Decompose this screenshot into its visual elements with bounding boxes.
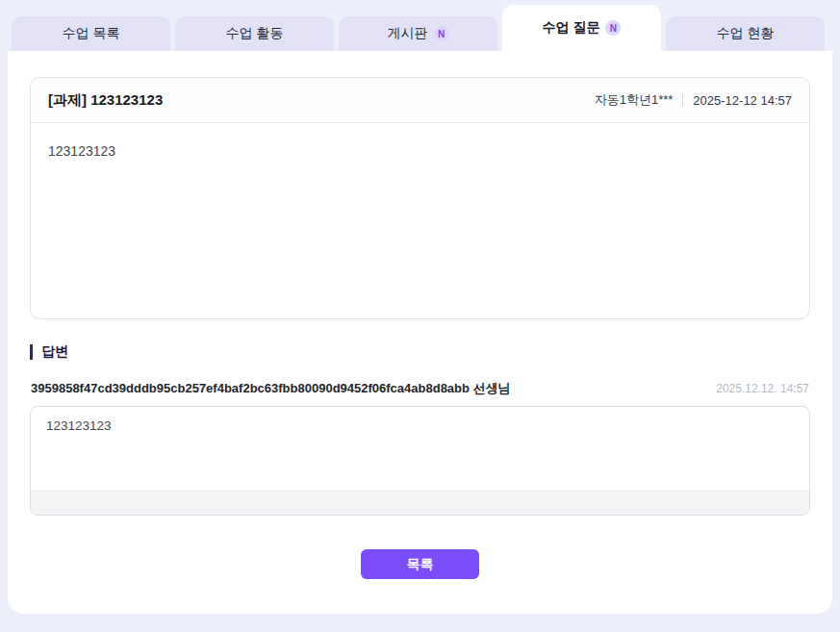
answer-box-footer: [31, 491, 809, 515]
answer-section-heading: 답변: [30, 342, 810, 362]
heading-bar-icon: [30, 344, 33, 360]
tab-board[interactable]: 게시판 N: [339, 16, 497, 51]
answer-content: 123123123: [31, 407, 809, 491]
question-content: 123123123: [31, 123, 809, 179]
answer-box: 123123123: [30, 406, 810, 516]
tab-label: 수업 목록: [63, 25, 120, 42]
tab-class-question[interactable]: 수업 질문 N: [502, 5, 661, 51]
tab-bar: 수업 목록 수업 활동 게시판 N 수업 질문 N 수업 현황: [0, 0, 840, 51]
tab-label: 게시판: [388, 25, 428, 42]
answer-header: 3959858f47cd39dddb95cb257ef4baf2bc63fbb8…: [30, 380, 810, 397]
tab-class-activity[interactable]: 수업 활동: [175, 16, 334, 51]
tab-class-status[interactable]: 수업 현황: [666, 16, 825, 51]
content-panel: [과제] 123123123 자동1학년1*** 2025-12-12 14:5…: [8, 51, 832, 614]
question-author: 자동1학년1***: [595, 91, 674, 109]
question-meta: 자동1학년1*** 2025-12-12 14:57: [595, 91, 792, 109]
question-title: [과제] 123123123: [48, 91, 163, 110]
question-header: [과제] 123123123 자동1학년1*** 2025-12-12 14:5…: [31, 78, 809, 123]
tab-class-list[interactable]: 수업 목록: [12, 16, 170, 51]
answer-teacher-name: 3959858f47cd39dddb95cb257ef4baf2bc63fbb8…: [31, 380, 511, 397]
question-date: 2025-12-12 14:57: [693, 93, 792, 108]
list-button[interactable]: 목록: [361, 549, 479, 579]
new-badge-icon: N: [434, 26, 449, 41]
answer-date: 2025.12.12. 14:57: [716, 382, 809, 395]
answer-section-label: 답변: [41, 343, 68, 361]
tab-label: 수업 현황: [717, 25, 775, 42]
tab-label: 수업 질문: [543, 19, 600, 37]
tab-label: 수업 활동: [226, 25, 284, 42]
meta-divider: [682, 94, 683, 106]
button-row: 목록: [30, 549, 810, 579]
question-box: [과제] 123123123 자동1학년1*** 2025-12-12 14:5…: [30, 77, 810, 319]
new-badge-icon: N: [605, 20, 621, 36]
